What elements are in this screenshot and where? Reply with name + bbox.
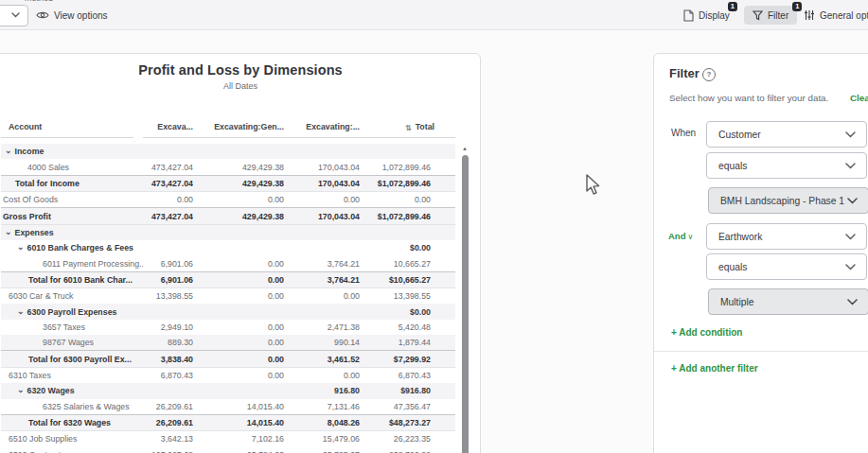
report-title: Profit and Loss by Dimensions — [1, 62, 480, 78]
total-cell: $0.00 — [360, 307, 455, 317]
chevron-down-icon — [847, 198, 858, 204]
account-cell: 6011 Payment Processing... — [1, 259, 143, 269]
clear-all-link[interactable]: Clear all — [850, 93, 868, 103]
column-header-account[interactable]: Account — [1, 114, 133, 138]
method-dropdown[interactable] — [0, 5, 28, 26]
sort-icon[interactable]: ⇅ — [405, 124, 412, 132]
amount-cell: 6,901.06 — [143, 275, 193, 285]
account-cell: 98767 Wages — [1, 338, 143, 347]
chevron-down-icon[interactable]: ⌄ — [5, 228, 12, 236]
chevron-down-icon[interactable]: ⌄ — [5, 147, 12, 155]
table-row[interactable]: Cost Of Goods0.000.000.000.00 — [1, 192, 455, 207]
account-cell: Total for 6010 Bank Char... — [1, 275, 143, 285]
amount-cell: 429,429.38 — [193, 163, 284, 172]
account-cell: 6030 Car & Truck — [1, 291, 143, 301]
table-row[interactable]: Total for 6300 Payroll Ex...3,838.400.00… — [1, 350, 455, 367]
account-cell: 6325 Salaries & Wages — [1, 402, 143, 411]
amount-cell: 429,429.38 — [193, 212, 284, 221]
chevron-down-icon[interactable]: ⌄ — [17, 307, 25, 316]
table-row[interactable]: 6520 Contractors107,227.6865,784.2365,78… — [1, 447, 455, 453]
vertical-scrollbar[interactable]: ▲ — [461, 146, 469, 453]
display-button[interactable]: Display 1 — [683, 6, 730, 25]
account-label: Cost Of Goods — [3, 195, 58, 204]
table-row[interactable]: ⌄6300 Payroll Expenses$0.00 — [1, 304, 455, 319]
table-row[interactable]: Total for 6320 Wages26,209.6114,015.408,… — [1, 414, 455, 431]
table-row[interactable]: 4000 Sales473,427.04429,429.38170,043.04… — [1, 159, 455, 174]
general-options-button[interactable]: General options — [804, 6, 868, 25]
account-cell: ⌄6010 Bank Charges & Fees — [1, 243, 143, 253]
amount-cell: 7,102.16 — [193, 434, 284, 444]
column-header-1[interactable]: Excava... — [143, 114, 193, 138]
account-label: 3657 Taxes — [43, 322, 85, 332]
accounting-method-label: method — [25, 0, 53, 3]
amount-cell: 473,427.04 — [143, 163, 193, 172]
filter1-operator-dropdown[interactable]: equals — [706, 152, 867, 179]
account-label: Total for 6300 Payroll Ex... — [28, 355, 132, 364]
table-row[interactable]: 6030 Car & Truck13,398.550.000.0013,398.… — [1, 288, 455, 304]
amount-cell: 3,764.21 — [284, 259, 360, 269]
table-row[interactable]: Total for 6010 Bank Char...6,901.060.003… — [1, 271, 455, 288]
account-label: 6320 Wages — [27, 386, 75, 395]
help-icon[interactable]: ? — [702, 68, 716, 81]
chevron-down-icon[interactable]: ⌄ — [17, 243, 25, 252]
total-cell: $48,273.27 — [360, 418, 455, 427]
chevron-down-icon[interactable]: ⌄ — [17, 386, 25, 394]
account-cell: ⌄6300 Payroll Expenses — [1, 307, 143, 317]
table-row[interactable]: 6011 Payment Processing...6,901.060.003,… — [1, 255, 455, 270]
table-row[interactable]: 98767 Wages889.300.00990.141,879.44 — [1, 335, 455, 350]
amount-cell: 14,015.40 — [193, 402, 284, 411]
filter2-operator-dropdown[interactable]: equals — [706, 253, 867, 280]
table-body: ⌄Income4000 Sales473,427.04429,429.38170… — [1, 144, 455, 453]
scrollbar-thumb[interactable] — [462, 155, 469, 453]
total-cell: 5,420.48 — [360, 322, 455, 332]
add-another-filter-link[interactable]: + Add another filter — [671, 363, 758, 374]
display-badge: 1 — [728, 2, 737, 11]
column-header-2[interactable]: Excavating:Gen... — [193, 114, 284, 138]
account-cell: Total for Income — [1, 179, 143, 188]
amount-cell: 0.00 — [143, 195, 193, 204]
total-cell: $1,072,899.46 — [360, 212, 455, 221]
document-icon — [683, 9, 694, 22]
table-row[interactable]: ⌄Expenses — [1, 225, 455, 240]
amount-cell: 429,429.38 — [193, 179, 284, 188]
table-row[interactable]: ⌄Income — [1, 144, 455, 159]
account-cell: 4000 Sales — [1, 163, 143, 172]
view-options-button[interactable]: View options — [36, 6, 108, 25]
amount-cell: 0.00 — [193, 338, 284, 347]
amount-cell: 0.00 — [193, 259, 284, 269]
account-label: 6300 Payroll Expenses — [27, 307, 117, 317]
and-connector[interactable]: And∨ — [668, 231, 693, 241]
table-row[interactable]: 6310 Taxes6,870.430.000.006,870.43 — [1, 368, 455, 383]
when-label: When — [671, 128, 696, 138]
amount-cell: 7,131.46 — [284, 402, 360, 411]
filter1-value-dropdown[interactable]: BMH Landscaping - Phase 1 — [708, 187, 868, 214]
column-header-3[interactable]: Excavating:... — [284, 114, 360, 138]
table-row[interactable]: Gross Profit473,427.04429,429.38170,043.… — [1, 207, 455, 224]
filter-panel: Filter ? Select how you want to filter y… — [653, 53, 868, 453]
scroll-up-arrow[interactable]: ▲ — [461, 146, 469, 151]
table-row[interactable]: ⌄6320 Wages916.80$916.80 — [1, 383, 455, 398]
chevron-down-icon — [845, 234, 856, 240]
total-cell: 1,072,899.46 — [360, 163, 455, 172]
filter2-field-dropdown[interactable]: Earthwork — [706, 223, 867, 250]
total-cell: 26,223.35 — [360, 434, 455, 444]
amount-cell: 170,043.04 — [284, 212, 360, 221]
table-row[interactable]: 6510 Job Supplies3,642.137,102.1615,479.… — [1, 431, 455, 446]
total-cell: 47,356.47 — [360, 402, 455, 411]
amount-cell: 0.00 — [284, 371, 360, 380]
account-label: Expenses — [15, 228, 54, 237]
amount-cell: 889.30 — [143, 338, 193, 347]
filter2-value-dropdown[interactable]: Multiple — [708, 288, 868, 315]
account-cell: 6310 Taxes — [1, 371, 143, 380]
filter1-field-dropdown[interactable]: Customer — [706, 121, 867, 148]
column-header-total[interactable]: ⇅ Total — [360, 114, 455, 138]
filter-button[interactable]: Filter 1 — [744, 6, 797, 25]
table-row[interactable]: Total for Income473,427.04429,429.38170,… — [1, 175, 455, 192]
account-label: 6325 Salaries & Wages — [43, 402, 130, 411]
table-row[interactable]: 6325 Salaries & Wages26,209.6114,015.407… — [1, 399, 455, 414]
add-condition-link[interactable]: + Add condition — [671, 327, 742, 338]
chevron-down-icon — [847, 299, 858, 305]
table-row[interactable]: ⌄6010 Bank Charges & Fees$0.00 — [1, 240, 455, 255]
table-row[interactable]: 3657 Taxes2,949.100.002,471.385,420.48 — [1, 320, 455, 335]
mouse-cursor — [584, 174, 603, 197]
